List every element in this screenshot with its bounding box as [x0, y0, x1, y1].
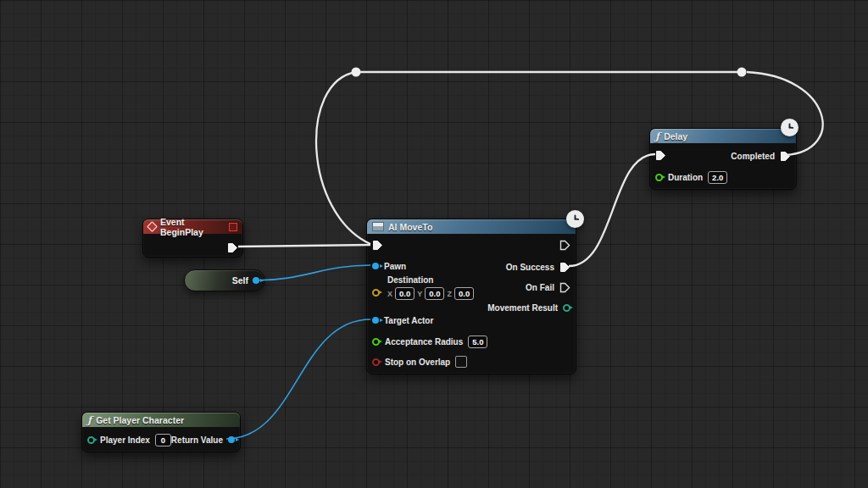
- node-title: Delay: [664, 131, 687, 141]
- self-output-pin[interactable]: [253, 277, 259, 284]
- on-success-pin[interactable]: [559, 262, 570, 273]
- return-value-pin[interactable]: [228, 436, 235, 443]
- wire-onsuccess-to-delay[interactable]: [569, 154, 655, 266]
- on-success-label: On Success: [506, 263, 554, 272]
- axis-z-label: Z: [447, 290, 452, 298]
- acceptance-radius-label: Acceptance Radius: [385, 337, 463, 347]
- duration-field[interactable]: 2.0: [708, 171, 727, 184]
- node-get-player-character[interactable]: ƒ Get Player Character Player Index 0 Re…: [81, 412, 241, 452]
- destination-pin[interactable]: [372, 289, 380, 297]
- latent-clock-icon: [566, 210, 584, 228]
- node-title: Event BeginPlay: [160, 217, 225, 237]
- wire-loop-to-aimoveto-input[interactable]: [316, 72, 370, 244]
- movement-result-pin[interactable]: [563, 304, 570, 312]
- pawn-pin[interactable]: [372, 263, 379, 269]
- node-delay-header[interactable]: ƒ Delay: [650, 129, 796, 143]
- axis-x-label: X: [387, 290, 392, 298]
- on-fail-label: On Fail: [526, 283, 554, 292]
- player-index-pin[interactable]: [87, 436, 95, 444]
- node-ai-moveto[interactable]: AI MoveTo Pawn On Success Destination: [366, 219, 576, 374]
- event-disable-box-icon: [229, 223, 237, 231]
- destination-z-field[interactable]: 0.0: [454, 287, 474, 300]
- duration-pin[interactable]: [655, 174, 663, 181]
- target-actor-pin[interactable]: [372, 317, 379, 324]
- wire-returnvalue-to-targetactor[interactable]: [226, 319, 370, 439]
- stop-on-overlap-pin[interactable]: [372, 358, 380, 366]
- wire-self-to-pawn[interactable]: [255, 265, 370, 280]
- node-event-beginplay-header[interactable]: Event BeginPlay: [143, 219, 242, 234]
- destination-label: Destination: [387, 275, 474, 285]
- destination-x-field[interactable]: 0.0: [395, 287, 415, 300]
- event-icon: [147, 221, 158, 232]
- reroute-node-left[interactable]: [352, 68, 361, 77]
- acceptance-radius-pin[interactable]: [372, 338, 380, 346]
- stop-on-overlap-checkbox[interactable]: [455, 356, 467, 368]
- player-index-field[interactable]: 0: [155, 434, 171, 446]
- wire-beginplay-to-aimoveto[interactable]: [238, 245, 370, 247]
- duration-label: Duration: [668, 173, 703, 182]
- exec-output-pin[interactable]: [227, 242, 238, 253]
- exec-input-pin[interactable]: [372, 240, 383, 251]
- destination-y-field[interactable]: 0.0: [425, 287, 444, 300]
- completed-label: Completed: [731, 152, 775, 161]
- node-event-beginplay[interactable]: Event BeginPlay: [142, 219, 243, 258]
- node-title: Get Player Character: [96, 415, 184, 425]
- completed-pin[interactable]: [780, 151, 791, 162]
- ai-task-icon: [372, 222, 384, 231]
- node-delay[interactable]: ƒ Delay Completed Duration 2.0: [649, 128, 797, 190]
- node-title: AI MoveTo: [388, 222, 432, 232]
- return-value-label: Return Value: [171, 435, 223, 445]
- player-index-label: Player Index: [100, 435, 150, 445]
- pawn-label: Pawn: [384, 262, 406, 271]
- acceptance-radius-field[interactable]: 5.0: [468, 336, 487, 348]
- on-fail-pin[interactable]: [559, 282, 570, 293]
- exec-input-pin[interactable]: [655, 150, 666, 161]
- exec-output-pin[interactable]: [559, 240, 570, 251]
- movement-result-label: Movement Result: [487, 303, 558, 313]
- node-self[interactable]: Self: [184, 269, 265, 291]
- node-ai-moveto-header[interactable]: AI MoveTo: [367, 219, 576, 234]
- stop-on-overlap-label: Stop on Overlap: [385, 358, 450, 367]
- blueprint-graph-canvas[interactable]: Event BeginPlay Self AI MoveTo: [0, 0, 868, 488]
- latent-clock-icon: [781, 119, 798, 136]
- node-get-player-character-header[interactable]: ƒ Get Player Character: [82, 413, 240, 427]
- self-label: Self: [232, 275, 248, 286]
- function-icon: ƒ: [87, 416, 92, 424]
- axis-y-label: Y: [417, 290, 422, 298]
- reroute-node-right[interactable]: [737, 68, 747, 77]
- target-actor-label: Target Actor: [384, 316, 433, 325]
- function-icon: ƒ: [655, 132, 659, 141]
